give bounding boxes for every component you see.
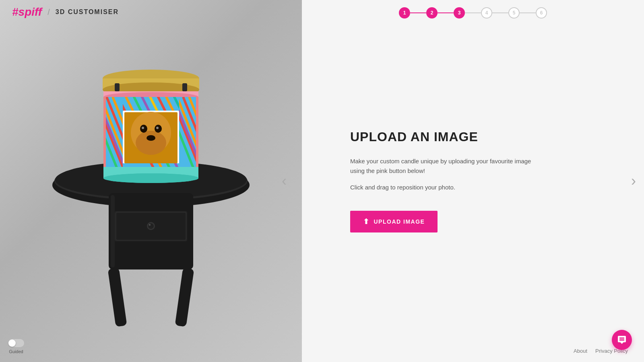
- upload-description-1: Make your custom candle unique by upload…: [350, 156, 543, 176]
- upload-title: UPLOAD AN IMAGE: [350, 130, 596, 144]
- step-5: 5: [508, 7, 520, 19]
- step-circle-5: 5: [508, 7, 520, 19]
- right-panel: 1 2 3 4 5: [302, 0, 644, 362]
- upload-image-button[interactable]: ⬆ UPLOAD IMAGE: [350, 211, 438, 232]
- scene-container: [30, 30, 272, 332]
- step-circle-2: 2: [426, 7, 438, 19]
- progress-stepper: 1 2 3 4 5: [399, 7, 547, 19]
- svg-point-16: [156, 127, 159, 129]
- upload-button-label: UPLOAD IMAGE: [374, 218, 425, 225]
- svg-point-15: [142, 127, 144, 129]
- guided-label: Guided: [9, 349, 23, 354]
- nav-next-button[interactable]: ›: [627, 169, 640, 193]
- svg-point-12: [136, 131, 166, 155]
- about-link[interactable]: About: [574, 348, 587, 354]
- step-4: 4: [481, 7, 492, 19]
- header: #spiff / 3D CUSTOMISER: [0, 0, 302, 24]
- svg-rect-4: [182, 83, 187, 91]
- logo-subtitle: 3D CUSTOMISER: [56, 8, 119, 16]
- svg-point-62: [148, 223, 154, 229]
- step-line-1-2: [410, 12, 426, 13]
- step-line-4-5: [492, 12, 508, 13]
- guided-toggle[interactable]: Guided: [8, 339, 24, 354]
- logo-text: #spiff: [12, 6, 42, 19]
- step-3: 3: [454, 7, 465, 19]
- svg-rect-58: [111, 195, 115, 267]
- guided-switch[interactable]: [8, 339, 24, 347]
- step-line-3-4: [465, 12, 481, 13]
- step-circle-1: 1: [399, 7, 410, 19]
- step-line-5-6: [520, 12, 536, 13]
- chat-button[interactable]: [612, 330, 632, 350]
- logo-divider: /: [47, 8, 50, 17]
- step-6: 6: [536, 7, 547, 19]
- chat-icon: [617, 335, 627, 345]
- logo-name: spiff: [19, 6, 42, 18]
- product-viewer: Guided: [0, 0, 302, 362]
- step-1: 1: [399, 7, 410, 19]
- step-circle-6: 6: [536, 7, 547, 19]
- svg-point-53: [103, 173, 198, 183]
- svg-point-63: [149, 224, 151, 226]
- upload-icon: ⬆: [363, 217, 370, 226]
- step-circle-4: 4: [481, 7, 492, 19]
- svg-point-17: [147, 135, 155, 141]
- candle-3d: [91, 54, 211, 191]
- logo-hash: #: [12, 6, 19, 18]
- step-line-2-3: [438, 12, 454, 13]
- logo: #spiff / 3D CUSTOMISER: [12, 6, 119, 19]
- svg-rect-65: [175, 267, 194, 327]
- upload-hint: Click and drag to reposition your photo.: [350, 184, 596, 191]
- footer: About Privacy Policy: [302, 348, 644, 354]
- svg-rect-51: [103, 97, 106, 167]
- step-2: 2: [426, 7, 438, 19]
- svg-rect-52: [196, 97, 198, 167]
- step-circle-3: 3: [454, 7, 465, 19]
- nav-prev-button[interactable]: ‹: [278, 169, 291, 193]
- upload-content: UPLOAD AN IMAGE Make your custom candle …: [302, 0, 644, 362]
- svg-rect-64: [108, 267, 127, 327]
- svg-rect-3: [115, 83, 120, 91]
